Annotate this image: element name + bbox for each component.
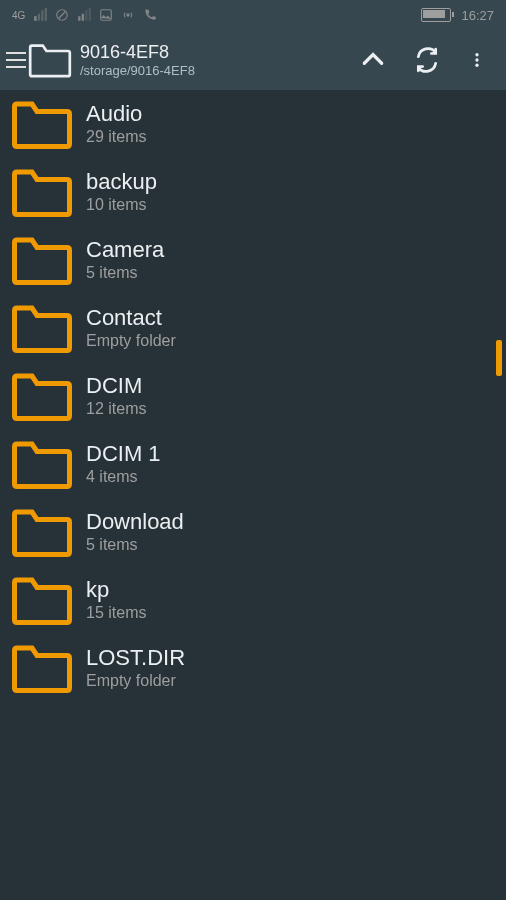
folder-name: Camera bbox=[86, 236, 164, 264]
folder-icon bbox=[12, 574, 72, 626]
list-item[interactable]: kp15 items bbox=[0, 566, 506, 634]
folder-name: Download bbox=[86, 508, 184, 536]
storage-path: /storage/9016-4EF8 bbox=[80, 63, 360, 79]
folder-name: Audio bbox=[86, 100, 146, 128]
item-text: kp15 items bbox=[72, 576, 146, 624]
folder-subtitle: 10 items bbox=[86, 195, 157, 216]
folder-subtitle: 12 items bbox=[86, 399, 146, 420]
folder-icon bbox=[12, 506, 72, 558]
folder-name: DCIM bbox=[86, 372, 146, 400]
item-text: Download5 items bbox=[72, 508, 184, 556]
item-text: LOST.DIREmpty folder bbox=[72, 644, 185, 692]
up-button[interactable] bbox=[360, 47, 386, 73]
svg-line-1 bbox=[59, 12, 66, 19]
folder-icon bbox=[12, 642, 72, 694]
folder-icon bbox=[12, 438, 72, 490]
folder-name: Contact bbox=[86, 304, 176, 332]
signal-icon-2 bbox=[77, 8, 91, 22]
svg-point-5 bbox=[475, 58, 478, 61]
svg-point-3 bbox=[127, 14, 129, 16]
folder-icon bbox=[12, 302, 72, 354]
list-item[interactable]: ContactEmpty folder bbox=[0, 294, 506, 362]
folder-subtitle: 5 items bbox=[86, 535, 184, 556]
folder-subtitle: 5 items bbox=[86, 263, 164, 284]
folder-name: DCIM 1 bbox=[86, 440, 161, 468]
picture-icon bbox=[99, 8, 113, 22]
folder-icon bbox=[12, 370, 72, 422]
no-sim-icon bbox=[55, 8, 69, 22]
signal-icon bbox=[33, 8, 47, 22]
hotspot-icon bbox=[121, 8, 135, 22]
item-text: Audio29 items bbox=[72, 100, 146, 148]
status-bar: 4G 16:27 bbox=[0, 0, 506, 30]
folder-icon bbox=[12, 166, 72, 218]
title-area[interactable]: 9016-4EF8 /storage/9016-4EF8 bbox=[80, 42, 360, 78]
svg-point-4 bbox=[475, 53, 478, 56]
folder-subtitle: 4 items bbox=[86, 467, 161, 488]
folder-subtitle: Empty folder bbox=[86, 331, 176, 352]
item-text: backup10 items bbox=[72, 168, 157, 216]
folder-name: LOST.DIR bbox=[86, 644, 185, 672]
folder-subtitle: 29 items bbox=[86, 127, 146, 148]
list-item[interactable]: backup10 items bbox=[0, 158, 506, 226]
folder-subtitle: 15 items bbox=[86, 603, 146, 624]
network-4g-icon: 4G bbox=[12, 10, 25, 21]
app-bar: 9016-4EF8 /storage/9016-4EF8 bbox=[0, 30, 506, 90]
status-left: 4G bbox=[12, 8, 157, 22]
list-item[interactable]: Camera5 items bbox=[0, 226, 506, 294]
item-text: DCIM 14 items bbox=[72, 440, 161, 488]
overflow-menu-button[interactable] bbox=[468, 47, 486, 73]
app-bar-actions bbox=[360, 47, 496, 73]
list-item[interactable]: DCIM12 items bbox=[0, 362, 506, 430]
folder-icon bbox=[28, 42, 72, 78]
list-item[interactable]: LOST.DIREmpty folder bbox=[0, 634, 506, 702]
folder-icon bbox=[12, 234, 72, 286]
menu-button[interactable] bbox=[6, 52, 26, 68]
folder-name: kp bbox=[86, 576, 146, 604]
item-text: Camera5 items bbox=[72, 236, 164, 284]
scroll-indicator[interactable] bbox=[496, 340, 502, 376]
list-item[interactable]: Audio29 items bbox=[0, 90, 506, 158]
refresh-button[interactable] bbox=[414, 47, 440, 73]
folder-name: backup bbox=[86, 168, 157, 196]
battery-icon bbox=[421, 8, 451, 22]
status-right: 16:27 bbox=[421, 8, 494, 23]
item-text: ContactEmpty folder bbox=[72, 304, 176, 352]
list-item[interactable]: DCIM 14 items bbox=[0, 430, 506, 498]
storage-title: 9016-4EF8 bbox=[80, 42, 360, 63]
folder-icon bbox=[12, 98, 72, 150]
status-time: 16:27 bbox=[461, 8, 494, 23]
list-item[interactable]: Download5 items bbox=[0, 498, 506, 566]
item-text: DCIM12 items bbox=[72, 372, 146, 420]
svg-point-6 bbox=[475, 64, 478, 67]
folder-subtitle: Empty folder bbox=[86, 671, 185, 692]
phone-icon bbox=[143, 8, 157, 22]
file-list[interactable]: Audio29 itemsbackup10 itemsCamera5 items… bbox=[0, 90, 506, 900]
